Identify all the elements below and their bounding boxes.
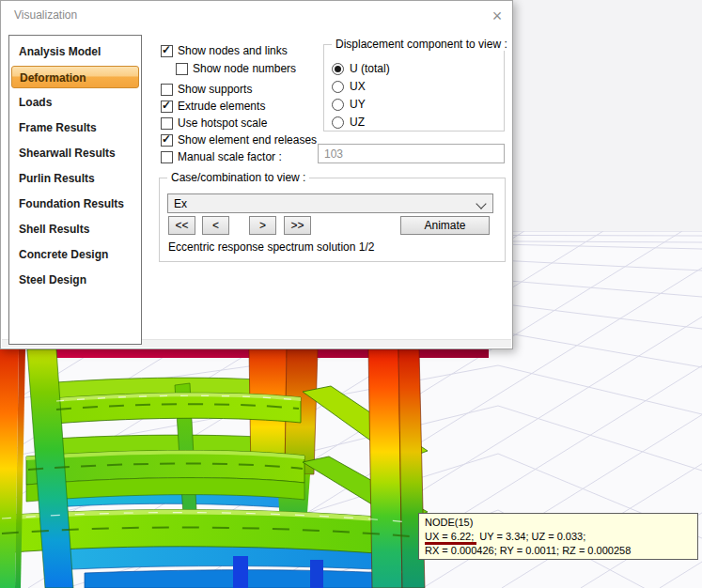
sidebar-item-shearwall-results[interactable]: Shearwall Results (9, 141, 141, 166)
displacement-component-group: Displacement component to view : U (tota… (323, 44, 505, 132)
checkbox-icon[interactable] (161, 117, 173, 130)
radio-ux[interactable]: UX (332, 79, 366, 94)
radio-icon[interactable] (332, 116, 344, 129)
node-tooltip: NODE(15) UX = 6.22; UY = 3.34; UZ = 0.03… (418, 513, 698, 560)
checkbox-use-hotspot-scale[interactable]: Use hotspot scale (161, 116, 267, 131)
sidebar-item-analysis-model[interactable]: Analysis Model (9, 39, 141, 65)
checkbox-show-element-end-releases[interactable]: Show element end releases (161, 132, 317, 147)
checkbox-extrude-elements[interactable]: Extrude elements (161, 99, 265, 114)
close-icon[interactable]: × (486, 5, 508, 27)
sidebar-item-deformation[interactable]: Deformation (11, 66, 139, 88)
sidebar-item-shell-results[interactable]: Shell Results (9, 217, 141, 242)
checkbox-icon[interactable] (161, 101, 173, 113)
next-case-button[interactable]: > (249, 216, 276, 235)
case-combination-dropdown[interactable]: Ex (167, 193, 493, 213)
tooltip-ux-underlined: UX = 6.22; (425, 531, 476, 545)
case-combination-group: Case/combination to view : Ex << < > >> … (159, 178, 506, 262)
dialog-title: Visualization (14, 8, 77, 22)
checkbox-show-node-numbers[interactable]: Show node numbers (176, 61, 296, 76)
first-case-button[interactable]: << (168, 216, 195, 235)
sidebar-item-foundation-results[interactable]: Foundation Results (9, 192, 141, 217)
previous-case-button[interactable]: < (202, 216, 229, 235)
checkbox-manual-scale-factor[interactable]: Manual scale factor : (161, 149, 282, 164)
manual-scale-factor-input[interactable]: 103 (318, 144, 505, 163)
checkbox-icon[interactable] (176, 63, 188, 75)
radio-uy[interactable]: UY (332, 97, 366, 112)
checkbox-icon[interactable] (161, 151, 173, 163)
displacement-group-label: Displacement component to view : (332, 38, 511, 51)
checkbox-icon[interactable] (161, 134, 173, 147)
radio-icon[interactable] (332, 99, 344, 111)
case-status-text: Eccentric response spectrum solution 1/2 (168, 240, 374, 254)
radio-uz[interactable]: UZ (332, 115, 365, 130)
selected-case: Ex (174, 197, 187, 210)
checkbox-icon[interactable] (161, 84, 173, 96)
sidebar-item-loads[interactable]: Loads (9, 90, 141, 116)
tooltip-displacements: UX = 6.22; UY = 3.34; UZ = 0.033; (425, 530, 692, 544)
app-screen: NODE(15) UX = 6.22; UY = 3.34; UZ = 0.03… (0, 0, 702, 588)
tooltip-node-id: NODE(15) (425, 516, 692, 530)
radio-icon[interactable] (332, 81, 344, 93)
visualization-dialog: Visualization × Analysis Model Deformati… (0, 0, 513, 349)
tooltip-rotations: RX = 0.000426; RY = 0.0011; RZ = 0.00025… (425, 544, 692, 558)
deformed-structure (0, 349, 489, 588)
category-list: Analysis Model Deformation Loads Frame R… (8, 35, 142, 345)
last-case-button[interactable]: >> (284, 216, 311, 235)
case-group-label: Case/combination to view : (167, 171, 309, 184)
column-right (368, 349, 402, 588)
checkbox-show-supports[interactable]: Show supports (161, 82, 252, 97)
radio-u-total[interactable]: U (total) (332, 61, 390, 76)
checkbox-show-nodes-and-links[interactable]: Show nodes and links (161, 43, 288, 58)
chevron-down-icon (476, 198, 486, 209)
animate-button[interactable]: Animate (400, 216, 490, 235)
sidebar-item-concrete-design[interactable]: Concrete Design (9, 242, 141, 268)
sidebar-item-purlin-results[interactable]: Purlin Results (9, 166, 141, 192)
sidebar-item-frame-results[interactable]: Frame Results (9, 116, 141, 141)
radio-icon[interactable] (332, 63, 344, 75)
checkbox-icon[interactable] (161, 45, 173, 57)
sidebar-item-steel-design[interactable]: Steel Design (9, 268, 141, 293)
